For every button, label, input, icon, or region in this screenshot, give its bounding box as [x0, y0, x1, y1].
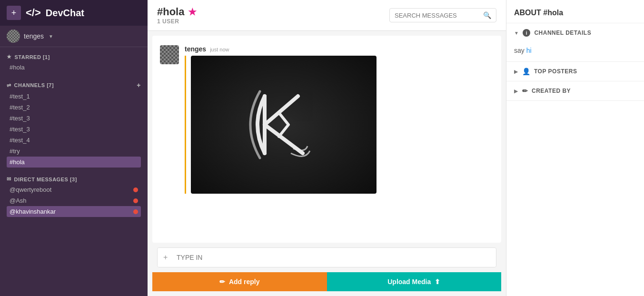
top-posters-label: TOP POSTERS — [534, 68, 577, 75]
logo-svg — [236, 77, 331, 172]
channels-header: ⇌ CHANNELS [7] + — [7, 79, 141, 91]
add-channel-icon[interactable]: + — [137, 81, 141, 89]
channel-name: #hola ★ — [157, 6, 197, 18]
messages-area: tenges just now — [152, 36, 501, 243]
message-avatar — [160, 45, 179, 64]
sidebar-item-hola[interactable]: #hola — [7, 157, 141, 168]
star-icon: ★ — [7, 54, 12, 60]
message-body — [185, 56, 494, 194]
search-input[interactable] — [395, 12, 480, 19]
say-text: say hi — [514, 47, 532, 54]
channels-section: ⇌ CHANNELS [7] + #test_1 #test_2 #test_3… — [0, 75, 148, 169]
top-posters-section[interactable]: ▶ 👤 TOP POSTERS — [506, 62, 644, 81]
created-by-section[interactable]: ▶ ✏ CREATED BY — [506, 81, 644, 101]
expand-arrow2-icon: ▶ — [514, 89, 518, 94]
upload-icon: ⬆ — [435, 278, 440, 286]
channel-details-header[interactable]: ▼ i CHANNEL DETAILS — [506, 23, 644, 42]
sidebar-item-khavinshankar[interactable]: @khavinshankar — [7, 206, 141, 217]
hi-link[interactable]: hi — [526, 47, 532, 54]
message: tenges just now — [152, 40, 501, 198]
message-author: tenges — [185, 45, 206, 53]
message-actions: ✏ Add reply Upload Media ⬆ — [152, 272, 501, 291]
starred-header: ★ STARRED [1] — [7, 51, 141, 62]
channel-details-section: ▼ i CHANNEL DETAILS say hi — [506, 23, 644, 62]
expand-arrow-icon: ▶ — [514, 69, 518, 74]
brand-name: DevChat — [46, 8, 84, 19]
sidebar-header: + </> DevChat — [0, 0, 148, 26]
sidebar-item-try[interactable]: #try — [7, 146, 141, 157]
upload-media-label: Upload Media — [387, 278, 431, 286]
dm-section: ✉ DIRECT MESSAGES [3] @qwertyreboot @Ash… — [0, 169, 148, 219]
info-icon: i — [523, 29, 530, 37]
right-sidebar: ABOUT #hola ▼ i CHANNEL DETAILS say hi ▶… — [506, 0, 644, 296]
username-label: tenges — [24, 32, 44, 40]
add-reply-label: Add reply — [229, 278, 260, 286]
sidebar-item-ash[interactable]: @Ash — [7, 195, 141, 206]
created-by-label: CREATED BY — [532, 88, 571, 94]
image-placeholder — [191, 56, 376, 194]
chevron-down-icon: ▼ — [49, 34, 53, 39]
channels-icon: ⇌ — [7, 82, 11, 89]
starred-label: STARRED [1] — [15, 54, 50, 60]
message-input-wrapper: + — [157, 247, 496, 267]
message-header: tenges just now — [185, 45, 494, 53]
sidebar-item-qwertyreboot[interactable]: @qwertyreboot — [7, 184, 141, 195]
search-bar: 🔍 — [389, 8, 496, 22]
channels-label: CHANNELS [7] — [14, 82, 54, 88]
edit-icon: ✏ — [219, 278, 225, 286]
person-icon: 👤 — [522, 68, 531, 75]
starred-section: ★ STARRED [1] #hola — [0, 47, 148, 75]
sidebar-item-test1[interactable]: #test_1 — [7, 91, 141, 102]
sidebar-item-test4[interactable]: #test_4 — [7, 135, 141, 146]
pencil-icon: ✏ — [522, 87, 528, 95]
channel-star-icon[interactable]: ★ — [188, 6, 197, 18]
sidebar-item-test3b[interactable]: #test_3 — [7, 124, 141, 135]
sidebar-item-test3a[interactable]: #test_3 — [7, 113, 141, 124]
dm-badge-khavinshankar — [133, 209, 138, 214]
channel-details-label: CHANNEL DETAILS — [534, 30, 591, 36]
collapse-arrow-icon: ▼ — [514, 30, 519, 36]
channel-title-area: #hola ★ 1 USER — [157, 6, 197, 25]
brand-icon: </> — [26, 7, 41, 19]
add-button[interactable]: + — [7, 6, 21, 20]
message-content: tenges just now — [185, 45, 494, 194]
add-reply-button[interactable]: ✏ Add reply — [152, 272, 327, 291]
search-icon: 🔍 — [483, 11, 491, 19]
user-row[interactable]: tenges ▼ — [0, 26, 148, 47]
sidebar-item-hola-starred[interactable]: #hola — [7, 62, 141, 73]
input-area: + — [152, 247, 501, 272]
dm-badge-ash — [133, 198, 138, 203]
channel-name-text: #hola — [157, 6, 184, 18]
upload-media-button[interactable]: Upload Media ⬆ — [327, 272, 502, 291]
dm-header: ✉ DIRECT MESSAGES [3] — [7, 173, 141, 184]
main-content: #hola ★ 1 USER 🔍 tenges just now — [148, 0, 506, 296]
sidebar: + </> DevChat tenges ▼ ★ STARRED [1] #ho… — [0, 0, 148, 296]
message-image — [191, 56, 376, 194]
input-plus-icon[interactable]: + — [163, 253, 168, 262]
dm-badge-qwertyreboot — [133, 187, 138, 192]
input-wrapper: + — [158, 248, 496, 267]
sidebar-item-test2[interactable]: #test_2 — [7, 102, 141, 113]
channel-details-content: say hi — [506, 42, 644, 61]
message-input[interactable] — [158, 248, 496, 267]
user-avatar — [7, 30, 20, 43]
message-time: just now — [210, 47, 229, 52]
channel-header: #hola ★ 1 USER 🔍 — [148, 0, 506, 31]
dm-icon: ✉ — [7, 176, 11, 182]
dm-label: DIRECT MESSAGES [3] — [14, 177, 77, 182]
channel-user-count: 1 USER — [157, 18, 197, 25]
about-header: ABOUT #hola — [506, 0, 644, 23]
